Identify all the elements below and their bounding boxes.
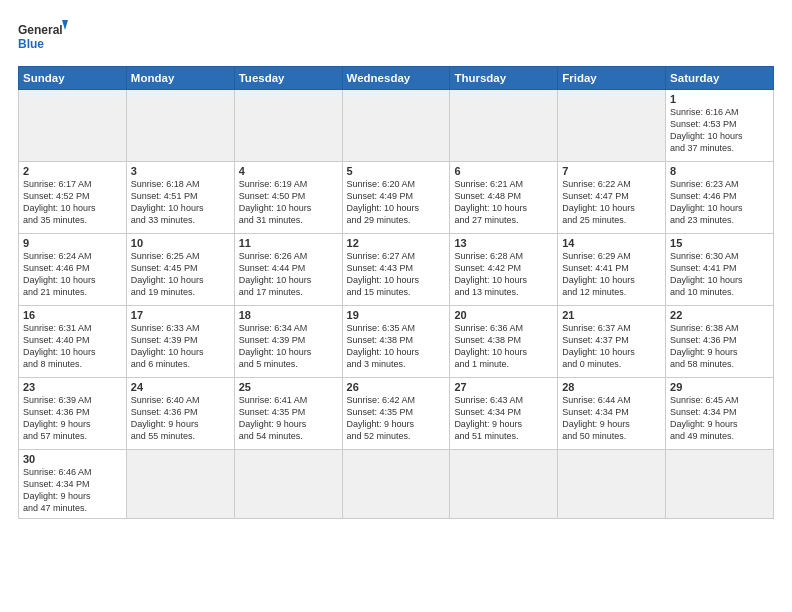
calendar-cell: 8Sunrise: 6:23 AM Sunset: 4:46 PM Daylig… — [666, 162, 774, 234]
calendar-cell — [342, 450, 450, 519]
day-number: 22 — [670, 309, 769, 321]
calendar-cell: 12Sunrise: 6:27 AM Sunset: 4:43 PM Dayli… — [342, 234, 450, 306]
day-info: Sunrise: 6:45 AM Sunset: 4:34 PM Dayligh… — [670, 394, 769, 443]
calendar-cell: 10Sunrise: 6:25 AM Sunset: 4:45 PM Dayli… — [126, 234, 234, 306]
day-number: 24 — [131, 381, 230, 393]
calendar-cell: 6Sunrise: 6:21 AM Sunset: 4:48 PM Daylig… — [450, 162, 558, 234]
day-number: 7 — [562, 165, 661, 177]
day-info: Sunrise: 6:24 AM Sunset: 4:46 PM Dayligh… — [23, 250, 122, 299]
day-number: 4 — [239, 165, 338, 177]
day-info: Sunrise: 6:21 AM Sunset: 4:48 PM Dayligh… — [454, 178, 553, 227]
calendar-cell: 22Sunrise: 6:38 AM Sunset: 4:36 PM Dayli… — [666, 306, 774, 378]
calendar-cell: 28Sunrise: 6:44 AM Sunset: 4:34 PM Dayli… — [558, 378, 666, 450]
calendar-cell: 21Sunrise: 6:37 AM Sunset: 4:37 PM Dayli… — [558, 306, 666, 378]
calendar-cell — [450, 90, 558, 162]
calendar-cell — [126, 90, 234, 162]
calendar-cell: 3Sunrise: 6:18 AM Sunset: 4:51 PM Daylig… — [126, 162, 234, 234]
col-header-tuesday: Tuesday — [234, 67, 342, 90]
day-number: 26 — [347, 381, 446, 393]
calendar-cell: 18Sunrise: 6:34 AM Sunset: 4:39 PM Dayli… — [234, 306, 342, 378]
col-header-thursday: Thursday — [450, 67, 558, 90]
calendar-cell: 23Sunrise: 6:39 AM Sunset: 4:36 PM Dayli… — [19, 378, 127, 450]
calendar-cell — [126, 450, 234, 519]
calendar-cell: 11Sunrise: 6:26 AM Sunset: 4:44 PM Dayli… — [234, 234, 342, 306]
day-info: Sunrise: 6:22 AM Sunset: 4:47 PM Dayligh… — [562, 178, 661, 227]
day-info: Sunrise: 6:46 AM Sunset: 4:34 PM Dayligh… — [23, 466, 122, 515]
day-info: Sunrise: 6:35 AM Sunset: 4:38 PM Dayligh… — [347, 322, 446, 371]
day-info: Sunrise: 6:20 AM Sunset: 4:49 PM Dayligh… — [347, 178, 446, 227]
day-number: 23 — [23, 381, 122, 393]
page: General Blue SundayMondayTuesdayWednesda… — [0, 0, 792, 612]
day-info: Sunrise: 6:26 AM Sunset: 4:44 PM Dayligh… — [239, 250, 338, 299]
day-info: Sunrise: 6:29 AM Sunset: 4:41 PM Dayligh… — [562, 250, 661, 299]
svg-marker-2 — [62, 20, 68, 30]
calendar-cell — [234, 90, 342, 162]
day-number: 19 — [347, 309, 446, 321]
calendar-cell: 4Sunrise: 6:19 AM Sunset: 4:50 PM Daylig… — [234, 162, 342, 234]
day-number: 20 — [454, 309, 553, 321]
calendar-cell — [342, 90, 450, 162]
day-info: Sunrise: 6:34 AM Sunset: 4:39 PM Dayligh… — [239, 322, 338, 371]
calendar-cell — [666, 450, 774, 519]
day-number: 28 — [562, 381, 661, 393]
calendar-cell: 24Sunrise: 6:40 AM Sunset: 4:36 PM Dayli… — [126, 378, 234, 450]
day-info: Sunrise: 6:33 AM Sunset: 4:39 PM Dayligh… — [131, 322, 230, 371]
day-number: 15 — [670, 237, 769, 249]
col-header-sunday: Sunday — [19, 67, 127, 90]
day-number: 9 — [23, 237, 122, 249]
day-number: 16 — [23, 309, 122, 321]
svg-text:Blue: Blue — [18, 37, 44, 51]
day-number: 6 — [454, 165, 553, 177]
day-number: 11 — [239, 237, 338, 249]
calendar-cell: 26Sunrise: 6:42 AM Sunset: 4:35 PM Dayli… — [342, 378, 450, 450]
calendar-cell: 15Sunrise: 6:30 AM Sunset: 4:41 PM Dayli… — [666, 234, 774, 306]
day-info: Sunrise: 6:18 AM Sunset: 4:51 PM Dayligh… — [131, 178, 230, 227]
day-info: Sunrise: 6:38 AM Sunset: 4:36 PM Dayligh… — [670, 322, 769, 371]
day-info: Sunrise: 6:19 AM Sunset: 4:50 PM Dayligh… — [239, 178, 338, 227]
calendar-cell: 30Sunrise: 6:46 AM Sunset: 4:34 PM Dayli… — [19, 450, 127, 519]
day-number: 12 — [347, 237, 446, 249]
day-number: 17 — [131, 309, 230, 321]
calendar-cell: 27Sunrise: 6:43 AM Sunset: 4:34 PM Dayli… — [450, 378, 558, 450]
col-header-saturday: Saturday — [666, 67, 774, 90]
calendar-header-row: SundayMondayTuesdayWednesdayThursdayFrid… — [19, 67, 774, 90]
logo: General Blue — [18, 18, 68, 56]
calendar-cell: 5Sunrise: 6:20 AM Sunset: 4:49 PM Daylig… — [342, 162, 450, 234]
calendar-cell — [450, 450, 558, 519]
header: General Blue — [18, 18, 774, 56]
logo-svg: General Blue — [18, 18, 68, 56]
day-number: 13 — [454, 237, 553, 249]
calendar-cell: 20Sunrise: 6:36 AM Sunset: 4:38 PM Dayli… — [450, 306, 558, 378]
day-info: Sunrise: 6:23 AM Sunset: 4:46 PM Dayligh… — [670, 178, 769, 227]
calendar-cell: 7Sunrise: 6:22 AM Sunset: 4:47 PM Daylig… — [558, 162, 666, 234]
day-number: 8 — [670, 165, 769, 177]
day-info: Sunrise: 6:16 AM Sunset: 4:53 PM Dayligh… — [670, 106, 769, 155]
col-header-friday: Friday — [558, 67, 666, 90]
day-number: 30 — [23, 453, 122, 465]
col-header-wednesday: Wednesday — [342, 67, 450, 90]
day-info: Sunrise: 6:17 AM Sunset: 4:52 PM Dayligh… — [23, 178, 122, 227]
day-number: 3 — [131, 165, 230, 177]
day-number: 10 — [131, 237, 230, 249]
day-info: Sunrise: 6:25 AM Sunset: 4:45 PM Dayligh… — [131, 250, 230, 299]
day-info: Sunrise: 6:37 AM Sunset: 4:37 PM Dayligh… — [562, 322, 661, 371]
calendar-cell: 29Sunrise: 6:45 AM Sunset: 4:34 PM Dayli… — [666, 378, 774, 450]
day-info: Sunrise: 6:39 AM Sunset: 4:36 PM Dayligh… — [23, 394, 122, 443]
day-number: 1 — [670, 93, 769, 105]
day-info: Sunrise: 6:36 AM Sunset: 4:38 PM Dayligh… — [454, 322, 553, 371]
day-info: Sunrise: 6:27 AM Sunset: 4:43 PM Dayligh… — [347, 250, 446, 299]
calendar-cell — [558, 450, 666, 519]
day-info: Sunrise: 6:40 AM Sunset: 4:36 PM Dayligh… — [131, 394, 230, 443]
day-info: Sunrise: 6:41 AM Sunset: 4:35 PM Dayligh… — [239, 394, 338, 443]
calendar-cell: 1Sunrise: 6:16 AM Sunset: 4:53 PM Daylig… — [666, 90, 774, 162]
calendar-cell — [558, 90, 666, 162]
day-number: 14 — [562, 237, 661, 249]
day-info: Sunrise: 6:44 AM Sunset: 4:34 PM Dayligh… — [562, 394, 661, 443]
day-number: 27 — [454, 381, 553, 393]
col-header-monday: Monday — [126, 67, 234, 90]
day-info: Sunrise: 6:42 AM Sunset: 4:35 PM Dayligh… — [347, 394, 446, 443]
day-number: 25 — [239, 381, 338, 393]
calendar-cell: 13Sunrise: 6:28 AM Sunset: 4:42 PM Dayli… — [450, 234, 558, 306]
calendar-cell: 16Sunrise: 6:31 AM Sunset: 4:40 PM Dayli… — [19, 306, 127, 378]
day-info: Sunrise: 6:30 AM Sunset: 4:41 PM Dayligh… — [670, 250, 769, 299]
